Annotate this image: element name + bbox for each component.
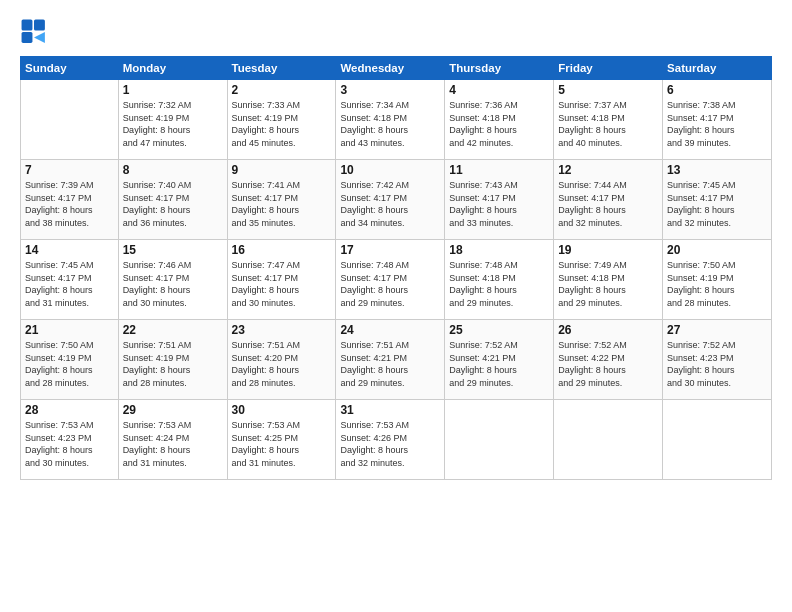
day-info: Sunrise: 7:51 AM Sunset: 4:21 PM Dayligh… bbox=[340, 339, 440, 389]
day-info: Sunrise: 7:45 AM Sunset: 4:17 PM Dayligh… bbox=[25, 259, 114, 309]
col-header-thursday: Thursday bbox=[445, 57, 554, 80]
col-header-saturday: Saturday bbox=[663, 57, 772, 80]
day-info: Sunrise: 7:46 AM Sunset: 4:17 PM Dayligh… bbox=[123, 259, 223, 309]
calendar-cell: 8Sunrise: 7:40 AM Sunset: 4:17 PM Daylig… bbox=[118, 160, 227, 240]
header bbox=[20, 18, 772, 46]
calendar-cell: 14Sunrise: 7:45 AM Sunset: 4:17 PM Dayli… bbox=[21, 240, 119, 320]
day-number: 13 bbox=[667, 163, 767, 177]
calendar-cell: 17Sunrise: 7:48 AM Sunset: 4:17 PM Dayli… bbox=[336, 240, 445, 320]
calendar-cell: 26Sunrise: 7:52 AM Sunset: 4:22 PM Dayli… bbox=[554, 320, 663, 400]
week-row-1: 1Sunrise: 7:32 AM Sunset: 4:19 PM Daylig… bbox=[21, 80, 772, 160]
day-number: 2 bbox=[232, 83, 332, 97]
calendar-cell: 10Sunrise: 7:42 AM Sunset: 4:17 PM Dayli… bbox=[336, 160, 445, 240]
day-info: Sunrise: 7:52 AM Sunset: 4:23 PM Dayligh… bbox=[667, 339, 767, 389]
col-header-friday: Friday bbox=[554, 57, 663, 80]
day-info: Sunrise: 7:48 AM Sunset: 4:17 PM Dayligh… bbox=[340, 259, 440, 309]
col-header-sunday: Sunday bbox=[21, 57, 119, 80]
day-info: Sunrise: 7:53 AM Sunset: 4:24 PM Dayligh… bbox=[123, 419, 223, 469]
day-info: Sunrise: 7:38 AM Sunset: 4:17 PM Dayligh… bbox=[667, 99, 767, 149]
col-header-wednesday: Wednesday bbox=[336, 57, 445, 80]
day-info: Sunrise: 7:52 AM Sunset: 4:22 PM Dayligh… bbox=[558, 339, 658, 389]
day-info: Sunrise: 7:53 AM Sunset: 4:25 PM Dayligh… bbox=[232, 419, 332, 469]
col-header-tuesday: Tuesday bbox=[227, 57, 336, 80]
day-info: Sunrise: 7:43 AM Sunset: 4:17 PM Dayligh… bbox=[449, 179, 549, 229]
svg-rect-0 bbox=[22, 20, 33, 31]
day-number: 26 bbox=[558, 323, 658, 337]
day-info: Sunrise: 7:41 AM Sunset: 4:17 PM Dayligh… bbox=[232, 179, 332, 229]
calendar-cell: 22Sunrise: 7:51 AM Sunset: 4:19 PM Dayli… bbox=[118, 320, 227, 400]
day-info: Sunrise: 7:34 AM Sunset: 4:18 PM Dayligh… bbox=[340, 99, 440, 149]
day-number: 23 bbox=[232, 323, 332, 337]
day-info: Sunrise: 7:45 AM Sunset: 4:17 PM Dayligh… bbox=[667, 179, 767, 229]
logo-icon bbox=[20, 18, 48, 46]
calendar-cell: 4Sunrise: 7:36 AM Sunset: 4:18 PM Daylig… bbox=[445, 80, 554, 160]
day-number: 30 bbox=[232, 403, 332, 417]
day-info: Sunrise: 7:33 AM Sunset: 4:19 PM Dayligh… bbox=[232, 99, 332, 149]
day-info: Sunrise: 7:53 AM Sunset: 4:26 PM Dayligh… bbox=[340, 419, 440, 469]
day-info: Sunrise: 7:42 AM Sunset: 4:17 PM Dayligh… bbox=[340, 179, 440, 229]
day-info: Sunrise: 7:53 AM Sunset: 4:23 PM Dayligh… bbox=[25, 419, 114, 469]
calendar-cell: 1Sunrise: 7:32 AM Sunset: 4:19 PM Daylig… bbox=[118, 80, 227, 160]
day-number: 8 bbox=[123, 163, 223, 177]
day-number: 17 bbox=[340, 243, 440, 257]
calendar-cell: 24Sunrise: 7:51 AM Sunset: 4:21 PM Dayli… bbox=[336, 320, 445, 400]
calendar-cell: 12Sunrise: 7:44 AM Sunset: 4:17 PM Dayli… bbox=[554, 160, 663, 240]
day-info: Sunrise: 7:40 AM Sunset: 4:17 PM Dayligh… bbox=[123, 179, 223, 229]
svg-rect-1 bbox=[34, 20, 45, 31]
page: SundayMondayTuesdayWednesdayThursdayFrid… bbox=[0, 0, 792, 612]
day-number: 24 bbox=[340, 323, 440, 337]
day-info: Sunrise: 7:39 AM Sunset: 4:17 PM Dayligh… bbox=[25, 179, 114, 229]
day-info: Sunrise: 7:36 AM Sunset: 4:18 PM Dayligh… bbox=[449, 99, 549, 149]
day-number: 4 bbox=[449, 83, 549, 97]
calendar-cell: 13Sunrise: 7:45 AM Sunset: 4:17 PM Dayli… bbox=[663, 160, 772, 240]
week-row-2: 7Sunrise: 7:39 AM Sunset: 4:17 PM Daylig… bbox=[21, 160, 772, 240]
calendar-cell: 25Sunrise: 7:52 AM Sunset: 4:21 PM Dayli… bbox=[445, 320, 554, 400]
calendar-cell: 18Sunrise: 7:48 AM Sunset: 4:18 PM Dayli… bbox=[445, 240, 554, 320]
day-info: Sunrise: 7:51 AM Sunset: 4:19 PM Dayligh… bbox=[123, 339, 223, 389]
day-number: 22 bbox=[123, 323, 223, 337]
day-number: 9 bbox=[232, 163, 332, 177]
calendar-cell bbox=[21, 80, 119, 160]
calendar-cell: 9Sunrise: 7:41 AM Sunset: 4:17 PM Daylig… bbox=[227, 160, 336, 240]
day-number: 14 bbox=[25, 243, 114, 257]
calendar-cell: 20Sunrise: 7:50 AM Sunset: 4:19 PM Dayli… bbox=[663, 240, 772, 320]
calendar-table: SundayMondayTuesdayWednesdayThursdayFrid… bbox=[20, 56, 772, 480]
calendar-cell bbox=[445, 400, 554, 480]
calendar-cell: 15Sunrise: 7:46 AM Sunset: 4:17 PM Dayli… bbox=[118, 240, 227, 320]
day-info: Sunrise: 7:48 AM Sunset: 4:18 PM Dayligh… bbox=[449, 259, 549, 309]
day-number: 1 bbox=[123, 83, 223, 97]
day-number: 12 bbox=[558, 163, 658, 177]
calendar-cell: 27Sunrise: 7:52 AM Sunset: 4:23 PM Dayli… bbox=[663, 320, 772, 400]
day-number: 15 bbox=[123, 243, 223, 257]
calendar-cell: 7Sunrise: 7:39 AM Sunset: 4:17 PM Daylig… bbox=[21, 160, 119, 240]
week-row-3: 14Sunrise: 7:45 AM Sunset: 4:17 PM Dayli… bbox=[21, 240, 772, 320]
day-number: 19 bbox=[558, 243, 658, 257]
calendar-cell: 11Sunrise: 7:43 AM Sunset: 4:17 PM Dayli… bbox=[445, 160, 554, 240]
day-number: 7 bbox=[25, 163, 114, 177]
svg-marker-3 bbox=[34, 32, 45, 43]
day-info: Sunrise: 7:50 AM Sunset: 4:19 PM Dayligh… bbox=[25, 339, 114, 389]
calendar-cell bbox=[663, 400, 772, 480]
day-info: Sunrise: 7:37 AM Sunset: 4:18 PM Dayligh… bbox=[558, 99, 658, 149]
day-number: 21 bbox=[25, 323, 114, 337]
day-info: Sunrise: 7:44 AM Sunset: 4:17 PM Dayligh… bbox=[558, 179, 658, 229]
day-number: 3 bbox=[340, 83, 440, 97]
calendar-cell: 2Sunrise: 7:33 AM Sunset: 4:19 PM Daylig… bbox=[227, 80, 336, 160]
svg-rect-2 bbox=[22, 32, 33, 43]
day-number: 28 bbox=[25, 403, 114, 417]
day-info: Sunrise: 7:49 AM Sunset: 4:18 PM Dayligh… bbox=[558, 259, 658, 309]
day-number: 11 bbox=[449, 163, 549, 177]
calendar-cell: 21Sunrise: 7:50 AM Sunset: 4:19 PM Dayli… bbox=[21, 320, 119, 400]
day-info: Sunrise: 7:32 AM Sunset: 4:19 PM Dayligh… bbox=[123, 99, 223, 149]
day-number: 27 bbox=[667, 323, 767, 337]
day-info: Sunrise: 7:47 AM Sunset: 4:17 PM Dayligh… bbox=[232, 259, 332, 309]
day-number: 18 bbox=[449, 243, 549, 257]
calendar-cell bbox=[554, 400, 663, 480]
calendar-cell: 5Sunrise: 7:37 AM Sunset: 4:18 PM Daylig… bbox=[554, 80, 663, 160]
calendar-cell: 30Sunrise: 7:53 AM Sunset: 4:25 PM Dayli… bbox=[227, 400, 336, 480]
day-info: Sunrise: 7:50 AM Sunset: 4:19 PM Dayligh… bbox=[667, 259, 767, 309]
calendar-cell: 19Sunrise: 7:49 AM Sunset: 4:18 PM Dayli… bbox=[554, 240, 663, 320]
day-number: 20 bbox=[667, 243, 767, 257]
day-info: Sunrise: 7:52 AM Sunset: 4:21 PM Dayligh… bbox=[449, 339, 549, 389]
calendar-cell: 16Sunrise: 7:47 AM Sunset: 4:17 PM Dayli… bbox=[227, 240, 336, 320]
